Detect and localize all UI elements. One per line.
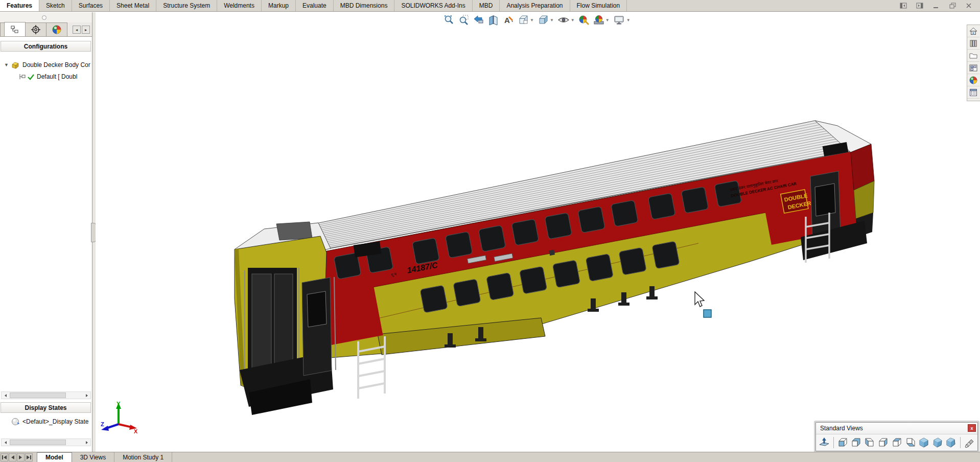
scrollbar-thumb[interactable] <box>10 392 66 398</box>
top-view-button[interactable] <box>891 436 903 449</box>
property-manager-tab[interactable] <box>25 22 46 36</box>
scroll-right-arrow[interactable] <box>83 392 90 399</box>
left-view-icon <box>864 437 875 448</box>
panel-top-splitter[interactable] <box>0 12 92 22</box>
tab-scroll-next-button[interactable] <box>17 453 25 461</box>
tab-scroll-first-button[interactable] <box>1 453 8 461</box>
edit-appearance-button[interactable] <box>577 13 591 27</box>
isometric-view-icon <box>918 437 929 448</box>
panel-tabs-scroll-left-button[interactable]: ◂ <box>73 26 81 34</box>
tree-expander-icon[interactable]: ▼ <box>4 62 9 67</box>
pane-toggle-left-button[interactable] <box>899 2 907 9</box>
active-config-check-icon <box>27 73 35 80</box>
menu-tab-solidworks-add-ins[interactable]: SOLIDWORKS Add-Ins <box>394 0 472 11</box>
restore-button[interactable] <box>948 2 956 9</box>
menu-tab-analysis-preparation[interactable]: Analysis Preparation <box>500 0 570 11</box>
menu-tab-sketch[interactable]: Sketch <box>39 0 72 11</box>
minimize-button[interactable] <box>932 2 940 9</box>
tab-motion-study-1[interactable]: Motion Study 1 <box>114 452 172 462</box>
file-explorer-tab[interactable] <box>967 50 979 62</box>
dropdown-caret-icon[interactable]: ▼ <box>626 18 631 22</box>
display-state-row[interactable]: <Default>_Display State <box>0 416 92 427</box>
menu-tab-evaluate[interactable]: Evaluate <box>296 0 334 11</box>
appearances-scenes-tab[interactable] <box>967 74 979 86</box>
scroll-left-arrow[interactable] <box>2 439 9 446</box>
hide-show-items-button[interactable]: ▼ <box>556 13 576 27</box>
normal-to-button[interactable] <box>818 436 831 449</box>
menu-tab-mbd-dimensions[interactable]: MBD Dimensions <box>334 0 395 11</box>
bottom-view-button[interactable] <box>904 436 917 449</box>
tab-3d-views[interactable]: 3D Views <box>72 452 114 462</box>
display-style-button[interactable]: ▼ <box>536 13 555 27</box>
feature-manager-tab[interactable] <box>4 22 26 36</box>
configurations-header-label: Configurations <box>24 43 67 50</box>
dropdown-caret-icon[interactable]: ▼ <box>550 18 554 22</box>
display-pane-top-scrollbar[interactable] <box>1 391 91 399</box>
right-view-button[interactable] <box>877 436 890 449</box>
custom-properties-tab[interactable] <box>967 86 979 99</box>
isometric-view-button[interactable] <box>918 436 930 449</box>
pane-toggle-right-button[interactable] <box>916 2 924 9</box>
front-view-button[interactable] <box>836 436 849 449</box>
previous-view-button[interactable] <box>472 13 486 27</box>
dropdown-caret-icon[interactable]: ▼ <box>530 18 534 22</box>
solidworks-resources-tab[interactable] <box>967 25 979 37</box>
configuration-root-row[interactable]: ▼ Double Decker Body Cor <box>0 59 92 71</box>
panel-tabs-scroll-right-button[interactable]: ▸ <box>82 26 90 34</box>
menu-tab-sheet-metal[interactable]: Sheet Metal <box>110 0 156 11</box>
view-palette-tab[interactable] <box>967 62 979 74</box>
zoom-to-fit-icon <box>444 14 455 26</box>
tab-scroll-last-button[interactable] <box>25 453 33 461</box>
menu-tab-markup[interactable]: Markup <box>262 0 296 11</box>
view-cube-icon <box>518 14 529 26</box>
configuration-default-row[interactable]: Default [ Doubl <box>0 71 92 82</box>
standard-views-titlebar[interactable]: Standard Views <box>816 423 977 434</box>
scroll-left-arrow[interactable] <box>2 392 9 399</box>
configuration-manager-tab[interactable] <box>46 22 67 36</box>
tab-model[interactable]: Model <box>37 452 72 462</box>
standard-views-close-button[interactable]: x <box>968 424 976 432</box>
menu-tab-flow-simulation[interactable]: Flow Simulation <box>570 0 627 11</box>
scrollbar-thumb[interactable] <box>10 440 66 445</box>
menu-tab-surfaces[interactable]: Surfaces <box>72 0 110 11</box>
configuration-root-label: Double Decker Body Cor <box>22 61 90 68</box>
zoom-to-area-button[interactable] <box>457 13 471 27</box>
document-tab-bar: Model 3D Views Motion Study 1 <box>0 452 980 462</box>
menu-tab-features[interactable]: Features <box>0 0 39 11</box>
graphics-viewport[interactable]: पू म 14187/C डबल डेकर वातानुकूलित चेयर क… <box>96 12 980 452</box>
view-orientation-button[interactable]: ▼ <box>516 13 535 27</box>
panel-splitter-handle[interactable] <box>42 15 46 20</box>
menu-tab-structure-system[interactable]: Structure System <box>156 0 217 11</box>
window-controls <box>899 0 980 11</box>
dynamic-annotation-views-button[interactable]: A <box>501 13 516 27</box>
view-settings-button[interactable]: ▼ <box>612 13 632 27</box>
display-states-header: Display States <box>1 402 91 413</box>
view-palette-icon <box>969 63 978 73</box>
display-pane-bottom-scrollbar[interactable] <box>1 438 91 446</box>
dropdown-caret-icon[interactable]: ▼ <box>571 18 575 22</box>
menu-tab-mbd[interactable]: MBD <box>473 0 500 11</box>
train-model[interactable]: पू म 14187/C डबल डेकर वातानुकूलित चेयर क… <box>96 12 980 452</box>
dimetric-view-button[interactable] <box>945 436 958 449</box>
zoom-to-fit-button[interactable] <box>442 13 456 27</box>
scene-ball-icon <box>593 14 604 26</box>
trimetric-view-button[interactable] <box>931 436 944 449</box>
annotation-views-icon: A <box>503 14 514 26</box>
close-button[interactable] <box>965 2 973 9</box>
tab-scroll-prev-button[interactable] <box>9 453 16 461</box>
home-icon <box>969 27 978 36</box>
configuration-default-label: Default [ Doubl <box>37 73 77 80</box>
display-state-label: <Default>_Display State <box>22 418 88 425</box>
toolbar-separator <box>960 437 961 448</box>
normal-to-icon <box>819 437 830 448</box>
design-library-tab[interactable] <box>967 37 979 50</box>
section-view-button[interactable] <box>486 13 501 27</box>
back-view-button[interactable] <box>850 436 862 449</box>
scroll-right-arrow[interactable] <box>83 439 90 446</box>
apply-scene-button[interactable]: ▼ <box>592 13 611 27</box>
menu-tab-weldments[interactable]: Weldments <box>217 0 262 11</box>
back-view-icon <box>850 437 861 448</box>
dropdown-caret-icon[interactable]: ▼ <box>605 18 610 22</box>
camera-view-button[interactable] <box>963 436 976 449</box>
left-view-button[interactable] <box>864 436 876 449</box>
